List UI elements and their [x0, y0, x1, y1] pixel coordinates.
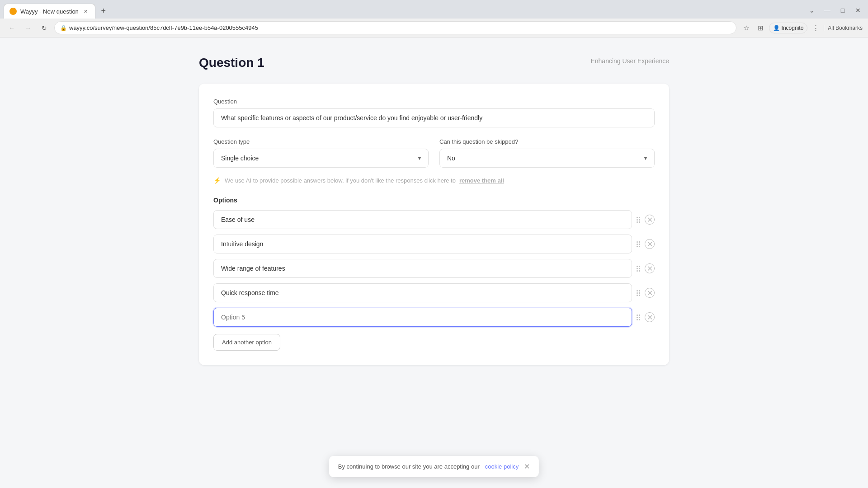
- close-window-button[interactable]: ✕: [852, 4, 864, 17]
- minimize-button[interactable]: —: [821, 4, 834, 17]
- page-header: Question 1 Enhancing User Experience: [199, 56, 669, 70]
- bookmark-star-button[interactable]: ☆: [740, 22, 753, 34]
- url-text: wayyy.co/survey/new-question/85c7dcff-7e…: [69, 24, 258, 31]
- option-row: ✕: [213, 235, 655, 253]
- option-4-drag-handle[interactable]: [637, 290, 640, 296]
- reload-button[interactable]: ↻: [38, 22, 51, 34]
- active-tab[interactable]: Wayyy - New question ✕: [4, 4, 95, 19]
- remove-all-link[interactable]: remove them all: [459, 177, 504, 184]
- cookie-notice: By continuing to browse our site you are…: [329, 456, 539, 477]
- skippable-select-wrapper: No ▼: [439, 149, 655, 168]
- options-label: Options: [213, 197, 655, 204]
- option-1-remove-button[interactable]: ✕: [645, 215, 655, 225]
- ai-lightning-icon: ⚡: [213, 177, 221, 184]
- option-row: ✕: [213, 308, 655, 327]
- address-bar-row: ← → ↻ 🔒 wayyy.co/survey/new-question/85c…: [0, 19, 868, 37]
- option-1-input[interactable]: [213, 210, 632, 229]
- tab-title: Wayyy - New question: [20, 8, 79, 15]
- option-4-remove-button[interactable]: ✕: [645, 288, 655, 298]
- option-2-input[interactable]: [213, 235, 632, 253]
- cookie-message: By continuing to browse our site you are…: [338, 463, 480, 470]
- option-1-drag-handle[interactable]: [637, 217, 640, 223]
- skippable-select[interactable]: No: [439, 149, 655, 168]
- option-3-input[interactable]: [213, 259, 632, 278]
- question-type-select-wrapper: Single choice ▼: [213, 149, 429, 168]
- maximize-button[interactable]: □: [836, 4, 849, 17]
- more-options-button[interactable]: ⋮: [809, 22, 822, 34]
- option-4-input[interactable]: [213, 283, 632, 302]
- question-card: Question Question type Single choice ▼ C…: [199, 84, 669, 365]
- question-input[interactable]: [213, 108, 655, 127]
- option-5-drag-handle[interactable]: [637, 314, 640, 320]
- bookmarks-label: All Bookmarks: [828, 25, 863, 31]
- security-lock-icon: 🔒: [60, 25, 67, 31]
- back-button[interactable]: ←: [5, 22, 18, 34]
- question-field-label: Question: [213, 98, 655, 105]
- add-option-label: Add another option: [222, 339, 272, 346]
- profile-label: Incognito: [782, 25, 804, 31]
- cookie-policy-link[interactable]: cookie policy: [485, 463, 519, 470]
- ai-notice: ⚡ We use AI to provide possible answers …: [213, 177, 655, 184]
- skippable-label: Can this question be skipped?: [439, 138, 655, 145]
- option-3-remove-button[interactable]: ✕: [645, 263, 655, 273]
- option-3-drag-handle[interactable]: [637, 266, 640, 272]
- profile-icon: 👤: [773, 25, 780, 31]
- page-content: Question 1 Enhancing User Experience Que…: [163, 38, 705, 383]
- option-2-drag-handle[interactable]: [637, 241, 640, 247]
- tab-close-button[interactable]: ✕: [82, 8, 90, 15]
- options-section: Options ✕ ✕: [213, 197, 655, 351]
- option-5-remove-button[interactable]: ✕: [645, 312, 655, 322]
- page-title: Question 1: [199, 56, 264, 70]
- question-type-select[interactable]: Single choice: [213, 149, 429, 168]
- extension-puzzle-button[interactable]: ⊞: [755, 22, 767, 34]
- survey-name: Enhancing User Experience: [590, 57, 669, 65]
- address-bar[interactable]: 🔒 wayyy.co/survey/new-question/85c7dcff-…: [54, 21, 736, 34]
- tab-favicon: [9, 8, 17, 15]
- option-row: ✕: [213, 210, 655, 229]
- question-type-label: Question type: [213, 138, 429, 145]
- ai-notice-text: We use AI to provide possible answers be…: [225, 177, 456, 184]
- question-type-group: Question type Single choice ▼: [213, 138, 429, 168]
- browser-chrome: Wayyy - New question ✕ + ⌄ — □ ✕ ← → ↻ 🔒…: [0, 0, 868, 38]
- new-tab-button[interactable]: +: [97, 5, 110, 18]
- profile-button[interactable]: 👤 Incognito: [769, 23, 808, 33]
- tab-list-button[interactable]: ⌄: [806, 4, 818, 17]
- cookie-close-button[interactable]: ✕: [524, 462, 530, 471]
- add-another-option-button[interactable]: Add another option: [213, 334, 280, 351]
- question-field-group: Question: [213, 98, 655, 127]
- skippable-group: Can this question be skipped? No ▼: [439, 138, 655, 168]
- tab-bar: Wayyy - New question ✕ + ⌄ — □ ✕: [0, 0, 868, 19]
- option-5-input[interactable]: [213, 308, 632, 327]
- address-bar-actions: ☆ ⊞ 👤 Incognito ⋮ All Bookmarks: [740, 22, 863, 34]
- forward-button[interactable]: →: [22, 22, 34, 34]
- option-row: ✕: [213, 283, 655, 302]
- question-meta-row: Question type Single choice ▼ Can this q…: [213, 138, 655, 168]
- option-row: ✕: [213, 259, 655, 278]
- option-2-remove-button[interactable]: ✕: [645, 239, 655, 249]
